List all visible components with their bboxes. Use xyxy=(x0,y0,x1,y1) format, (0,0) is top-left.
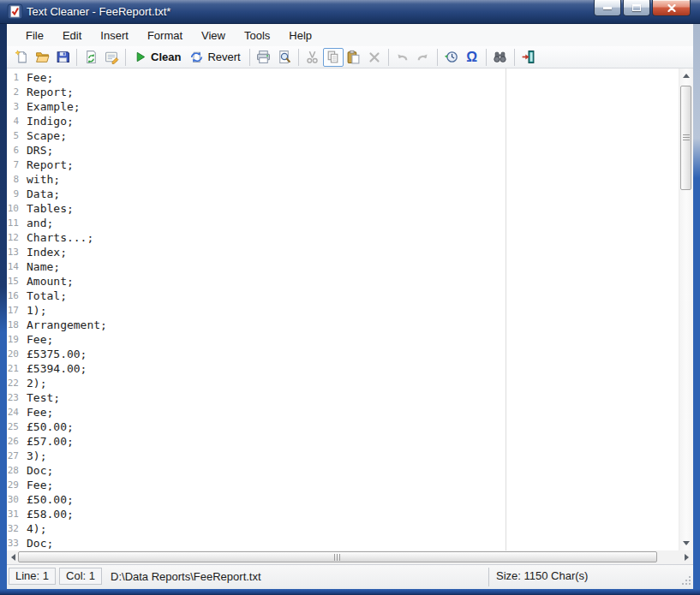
line-text: with; xyxy=(27,173,60,186)
line-number: 10 xyxy=(7,203,19,214)
line-number: 8 xyxy=(7,174,19,185)
menu-item[interactable]: Tools xyxy=(235,26,279,45)
line-number: 17 xyxy=(7,305,19,316)
resize-grip[interactable] xyxy=(680,576,691,586)
toolbar-separator xyxy=(76,49,77,66)
line-number: 12 xyxy=(7,232,19,243)
editor-line[interactable]: 24 Fee; xyxy=(7,405,678,419)
insert-symbol-button[interactable]: Ω xyxy=(462,48,482,67)
line-number: 24 xyxy=(7,407,19,418)
minimize-button[interactable] xyxy=(594,0,621,16)
clean-button[interactable] xyxy=(129,48,150,67)
editor-line[interactable]: 17 1); xyxy=(7,303,678,318)
horizontal-scrollbar[interactable] xyxy=(7,550,693,564)
menu-item[interactable]: Format xyxy=(138,26,192,45)
scroll-up-arrow-icon[interactable] xyxy=(683,74,690,78)
new-file-button[interactable] xyxy=(11,48,32,67)
copy-icon xyxy=(326,50,340,64)
redo-button[interactable] xyxy=(413,48,434,67)
find-button[interactable] xyxy=(490,48,511,67)
delete-button[interactable] xyxy=(364,48,385,67)
editor-line[interactable]: 5 Scape; xyxy=(7,128,678,143)
status-separator xyxy=(488,568,489,586)
clean-label[interactable]: Clean xyxy=(151,51,181,63)
editor-line[interactable]: 31 £58.00; xyxy=(7,507,678,521)
editor-line[interactable]: 10 Tables; xyxy=(7,201,678,216)
editor-line[interactable]: 25 £50.00; xyxy=(7,419,678,434)
horizontal-scrollbar-thumb[interactable] xyxy=(18,551,657,562)
editor-line[interactable]: 19 Fee; xyxy=(7,332,678,347)
line-text: £58.00; xyxy=(27,508,74,521)
line-text: Tables; xyxy=(27,202,74,215)
line-text: Example; xyxy=(27,100,81,113)
close-icon xyxy=(667,4,676,12)
editor-line[interactable]: 15 Amount; xyxy=(7,274,678,289)
properties-button[interactable] xyxy=(101,48,122,67)
editor-line[interactable]: 22 2); xyxy=(7,376,678,390)
undo-button[interactable] xyxy=(392,48,413,67)
line-number: 26 xyxy=(7,436,19,447)
window-title: Text Cleaner - FeeReport.txt* xyxy=(27,0,171,23)
editor-line[interactable]: 28 Doc; xyxy=(7,463,678,478)
status-size: Size: 1150 Char(s) xyxy=(496,569,588,582)
menu-item[interactable]: File xyxy=(16,26,53,45)
close-button[interactable] xyxy=(652,0,691,16)
open-file-button[interactable] xyxy=(32,48,52,67)
editor-line[interactable]: 1 Fee; xyxy=(7,70,678,85)
scroll-right-arrow-icon[interactable] xyxy=(685,554,689,561)
line-number: 9 xyxy=(7,188,19,199)
text-editor[interactable]: 1 Fee; 2 Report; 3 Example; 4 Indigo; xyxy=(7,68,693,550)
editor-line[interactable]: 27 3); xyxy=(7,449,678,463)
editor-line[interactable]: 32 4); xyxy=(7,521,678,536)
insert-datetime-button[interactable] xyxy=(441,48,462,67)
editor-line[interactable]: 2 Report; xyxy=(7,85,678,99)
editor-line[interactable]: 12 Charts...; xyxy=(7,230,678,245)
reload-button[interactable] xyxy=(81,48,101,67)
print-icon xyxy=(256,50,271,64)
maximize-button[interactable] xyxy=(623,0,650,16)
editor-line[interactable]: 9 Data; xyxy=(7,187,678,201)
revert-label[interactable]: Revert xyxy=(207,51,240,63)
editor-line[interactable]: 6 DRS; xyxy=(7,143,678,158)
editor-line[interactable]: 30 £50.00; xyxy=(7,492,678,507)
status-panels: Line: 1 Col: 1 D:\Data Reports\FeeReport… xyxy=(9,568,261,585)
menu-item[interactable]: Insert xyxy=(91,26,138,45)
cut-button[interactable] xyxy=(302,48,323,67)
editor-line[interactable]: 21 £5394.00; xyxy=(7,361,678,376)
line-text: Index; xyxy=(27,246,67,259)
menu-item[interactable]: Edit xyxy=(53,26,91,45)
editor-line[interactable]: 7 Report; xyxy=(7,158,678,172)
line-number: 30 xyxy=(7,494,19,505)
omega-icon: Ω xyxy=(466,51,477,64)
editor-line[interactable]: 23 Test; xyxy=(7,390,678,405)
clock-icon xyxy=(444,50,458,64)
editor-line[interactable]: 8 with; xyxy=(7,172,678,187)
save-button[interactable] xyxy=(52,48,73,67)
editor-line[interactable]: 14 Name; xyxy=(7,259,678,274)
paste-button[interactable] xyxy=(344,48,364,67)
line-number: 13 xyxy=(7,247,19,258)
print-button[interactable] xyxy=(254,48,274,67)
menu-item[interactable]: Help xyxy=(279,26,321,45)
exit-button[interactable] xyxy=(518,48,539,67)
editor-line[interactable]: 16 Total; xyxy=(7,289,678,303)
editor-line[interactable]: 33 Doc; xyxy=(7,536,678,550)
menu-item[interactable]: View xyxy=(192,26,235,45)
editor-line[interactable]: 20 £5375.00; xyxy=(7,347,678,361)
editor-line[interactable]: 29 Fee; xyxy=(7,478,678,492)
copy-button[interactable] xyxy=(323,48,344,67)
scroll-left-arrow-icon[interactable] xyxy=(11,554,15,561)
titlebar[interactable]: Text Cleaner - FeeReport.txt* xyxy=(0,0,700,24)
editor-line[interactable]: 4 Indigo; xyxy=(7,114,678,128)
editor-line[interactable]: 13 Index; xyxy=(7,245,678,259)
editor-line[interactable]: 3 Example; xyxy=(7,99,678,114)
editor-line[interactable]: 11 and; xyxy=(7,216,678,230)
editor-line[interactable]: 26 £57.00; xyxy=(7,434,678,449)
revert-button[interactable] xyxy=(186,48,206,67)
print-preview-button[interactable] xyxy=(274,48,295,67)
vertical-scrollbar[interactable] xyxy=(679,68,693,550)
scroll-down-arrow-icon[interactable] xyxy=(683,541,690,545)
editor-line[interactable]: 18 Arrangement; xyxy=(7,318,678,332)
line-number: 1 xyxy=(7,72,19,83)
vertical-scrollbar-thumb[interactable] xyxy=(680,86,691,190)
